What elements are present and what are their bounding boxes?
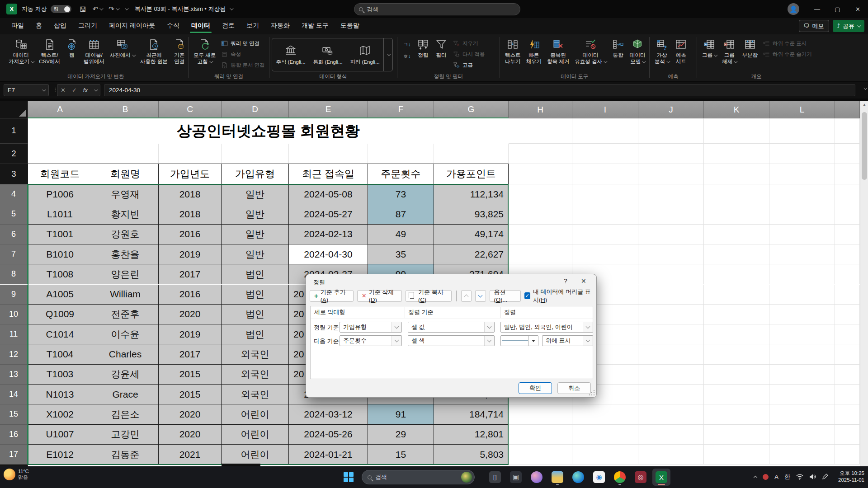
cell-F7[interactable]: 35 <box>368 244 434 264</box>
cell-D8[interactable]: 법인 <box>222 264 289 284</box>
cell-A13[interactable]: T1003 <box>28 365 92 385</box>
add-criteria-button[interactable]: +기준 추가(A) <box>310 290 354 302</box>
table-header-가입유형[interactable]: 가입유형 <box>222 164 289 184</box>
formula-input[interactable]: 2024-04-30 <box>104 84 855 96</box>
hidden-icons-chevron[interactable] <box>754 476 757 479</box>
tab-데이터[interactable]: 데이터 <box>185 18 216 34</box>
cell-color-swatch-combo[interactable] <box>500 335 538 346</box>
empty-cell[interactable] <box>572 445 638 465</box>
ribbon-button-사진에서[interactable]: 사진에서 <box>107 36 137 58</box>
empty-cell[interactable] <box>509 225 572 244</box>
share-button[interactable]: ⤴ 공유 <box>833 20 865 32</box>
tab-파일[interactable]: 파일 <box>5 18 30 34</box>
cell-B10[interactable]: 전준후 <box>92 305 159 324</box>
empty-cell[interactable] <box>368 144 434 164</box>
red-app-icon[interactable]: ◎ <box>632 469 650 486</box>
empty-cell[interactable] <box>769 324 835 344</box>
dialog-close-icon[interactable]: ✕ <box>581 277 586 285</box>
empty-cell[interactable] <box>638 264 704 284</box>
cell-C11[interactable]: 2019 <box>159 324 222 344</box>
ribbon-button-고급[interactable]: 고급 <box>450 61 487 70</box>
column-header-H[interactable]: H <box>509 101 572 118</box>
insert-function-icon[interactable]: fx <box>83 87 88 94</box>
cell-D6[interactable]: 일반 <box>222 225 289 244</box>
cell-C4[interactable]: 2018 <box>159 184 222 204</box>
cell-C16[interactable]: 2020 <box>159 425 222 445</box>
move-up-button[interactable] <box>461 290 472 302</box>
empty-cell[interactable] <box>638 184 704 204</box>
start-button[interactable] <box>344 472 354 482</box>
empty-cell[interactable] <box>704 118 769 144</box>
empty-cell[interactable] <box>572 404 638 424</box>
cell-C9[interactable]: 2016 <box>159 285 222 305</box>
cell-B13[interactable]: 강윤세 <box>92 365 159 385</box>
tab-보기[interactable]: 보기 <box>241 18 265 34</box>
row-header-6[interactable]: 6 <box>0 225 28 244</box>
empty-cell[interactable] <box>769 305 835 324</box>
empty-cell[interactable] <box>835 225 860 244</box>
column-header-K[interactable]: K <box>704 101 769 118</box>
fx-dropdown-icon[interactable] <box>94 88 98 91</box>
row-header-4[interactable]: 4 <box>0 184 28 204</box>
cell-E15[interactable]: 2024-03-12 <box>289 404 368 424</box>
data-types-more-icon[interactable] <box>383 38 392 71</box>
cell-D11[interactable]: 법인 <box>222 324 289 344</box>
sort-on-combo[interactable]: 셀 값 <box>408 322 495 333</box>
empty-cell[interactable] <box>769 344 835 364</box>
empty-cell[interactable] <box>572 244 638 264</box>
cell-A4[interactable]: P1006 <box>28 184 92 204</box>
empty-cell[interactable] <box>509 404 572 424</box>
dialog-resize-grip[interactable] <box>589 390 594 395</box>
empty-cell[interactable] <box>638 365 704 385</box>
cell-D10[interactable]: 법인 <box>222 305 289 324</box>
empty-cell[interactable] <box>704 144 769 164</box>
table-header-가용포인트[interactable]: 가용포인트 <box>434 164 509 184</box>
row-header-11[interactable]: 11 <box>0 324 28 344</box>
empty-cell[interactable] <box>704 385 769 404</box>
empty-cell[interactable] <box>704 264 769 284</box>
empty-cell[interactable] <box>769 225 835 244</box>
empty-cell[interactable] <box>704 404 769 424</box>
chrome-icon[interactable] <box>611 469 629 486</box>
empty-cell[interactable] <box>835 118 860 144</box>
minimize-button[interactable]: — <box>807 0 827 18</box>
empty-cell[interactable] <box>572 118 638 144</box>
empty-cell[interactable] <box>704 164 769 184</box>
cell-B6[interactable]: 강원호 <box>92 225 159 244</box>
tab-수식[interactable]: 수식 <box>161 18 185 34</box>
cell-A10[interactable]: Q1009 <box>28 305 92 324</box>
empty-cell[interactable] <box>572 204 638 224</box>
cell-E4[interactable]: 2024-05-08 <box>289 184 368 204</box>
empty-cell[interactable] <box>769 204 835 224</box>
empty-cell[interactable] <box>769 118 835 144</box>
empty-cell[interactable] <box>835 404 860 424</box>
empty-cell[interactable] <box>769 425 835 445</box>
empty-cell[interactable] <box>638 425 704 445</box>
empty-cell[interactable] <box>509 144 572 164</box>
ribbon-button-통합[interactable]: 통합 <box>609 36 627 58</box>
ribbon-button-쿼리 및 연결[interactable]: 쿼리 및 연결 <box>218 39 267 48</box>
cell-D9[interactable]: 법인 <box>222 285 289 305</box>
empty-cell[interactable] <box>704 285 769 305</box>
empty-cell[interactable] <box>159 144 222 164</box>
file-explorer-icon[interactable] <box>548 469 566 486</box>
ribbon-button-텍스트/CSV에서[interactable]: 텍스트/CSV에서 <box>36 36 63 65</box>
cell-F17[interactable]: 15 <box>368 445 434 465</box>
cell-B7[interactable]: 홍찬율 <box>92 244 159 264</box>
cell-C17[interactable]: 2021 <box>159 445 222 465</box>
volume-icon[interactable] <box>809 474 816 480</box>
formula-bar-expand-icon[interactable] <box>863 86 867 89</box>
row-header-8[interactable]: 8 <box>0 264 28 284</box>
ribbon-button-최근에사용한 원본[interactable]: 최근에사용한 원본 <box>137 36 170 65</box>
empty-cell[interactable] <box>572 144 638 164</box>
tab-도움말[interactable]: 도움말 <box>335 18 365 34</box>
taskbar-search[interactable]: 검색 <box>362 470 475 484</box>
column-combo[interactable]: 주문횟수 <box>340 335 402 346</box>
empty-cell[interactable] <box>835 184 860 204</box>
empty-cell[interactable] <box>835 445 860 465</box>
sort-on-combo[interactable]: 셀 색 <box>408 335 495 346</box>
weather-widget[interactable]: 11°C 맑음 <box>4 469 29 480</box>
empty-cell[interactable] <box>769 385 835 404</box>
title-dropdown-icon[interactable] <box>230 6 233 10</box>
empty-cell[interactable] <box>769 244 835 264</box>
